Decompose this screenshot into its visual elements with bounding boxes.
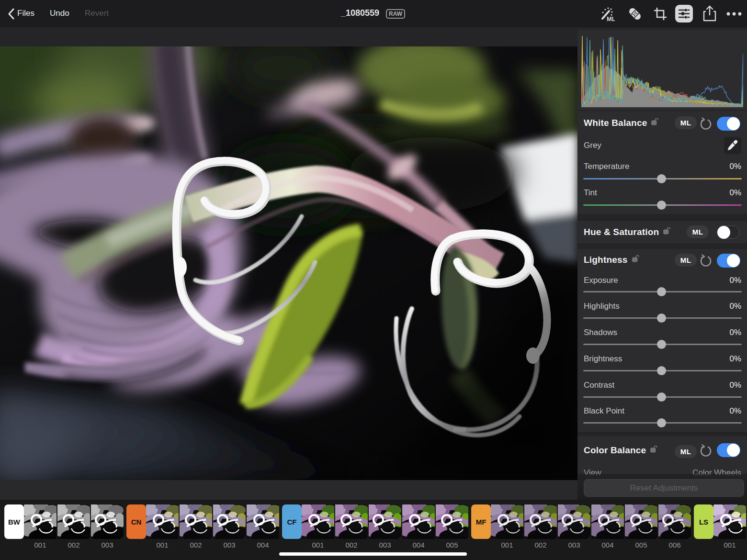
- svg-text:ML: ML: [607, 16, 615, 22]
